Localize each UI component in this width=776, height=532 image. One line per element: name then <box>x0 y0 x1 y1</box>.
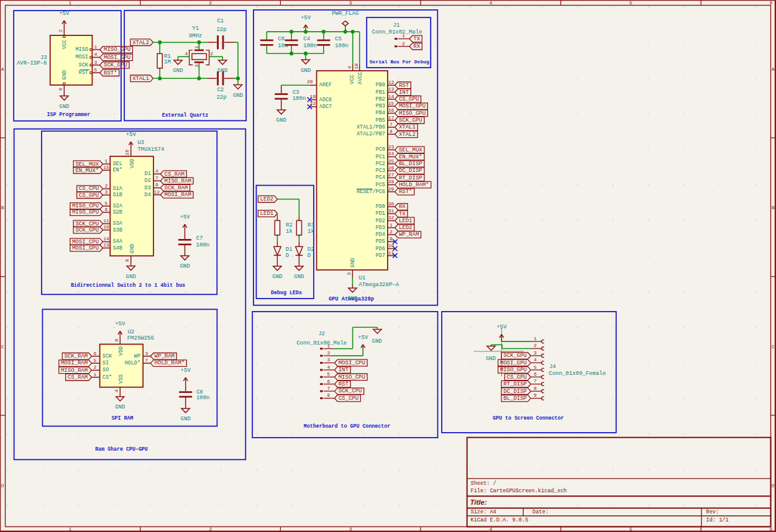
svg-text:TX: TX <box>413 36 420 42</box>
svg-text:29: 29 <box>388 186 395 192</box>
svg-text:22p: 22p <box>216 27 226 33</box>
svg-text:D: D <box>308 253 311 259</box>
svg-text:+5V: +5V <box>358 335 368 341</box>
svg-text:HOLD_RAM*: HOLD_RAM* <box>399 182 429 188</box>
svg-text:PD5: PD5 <box>376 238 385 245</box>
svg-text:GND: GND <box>62 70 68 79</box>
svg-text:2: 2 <box>402 41 405 47</box>
svg-text:D2: D2 <box>145 178 151 184</box>
svg-text:AREF: AREF <box>319 82 332 88</box>
svg-text:LED1: LED1 <box>260 210 274 217</box>
svg-text:2: 2 <box>209 0 212 6</box>
svg-text:INT: INT <box>399 89 409 96</box>
svg-text:INT: INT <box>339 367 349 373</box>
svg-text:RX: RX <box>399 204 406 210</box>
svg-text:17: 17 <box>388 115 395 120</box>
svg-text:SCK_GPU: SCK_GPU <box>75 227 99 233</box>
svg-text:PB0: PB0 <box>376 82 385 88</box>
svg-text:SCK_CPU: SCK_CPU <box>339 388 362 394</box>
svg-text:SCK_RAM: SCK_RAM <box>64 353 88 359</box>
svg-text:External Quartz: External Quartz <box>162 112 209 118</box>
svg-text:1: 1 <box>390 222 393 228</box>
svg-text:GND: GND <box>347 295 357 302</box>
svg-text:RST*: RST* <box>104 70 117 76</box>
svg-text:C3: C3 <box>293 89 299 96</box>
svg-text:VDD: VDD <box>129 159 135 168</box>
svg-text:3: 3 <box>349 0 352 6</box>
svg-text:Serial Bus For Debug: Serial Bus For Debug <box>370 59 429 65</box>
svg-text:PC2: PC2 <box>376 161 385 167</box>
svg-text:CS_GPU: CS_GPU <box>399 96 419 102</box>
svg-text:SCK_GPU: SCK_GPU <box>104 62 127 68</box>
svg-text:Conn_01x02_Male: Conn_01x02_Male <box>372 29 422 35</box>
svg-text:SEL_MUX: SEL_MUX <box>399 147 422 153</box>
svg-text:3: 3 <box>194 65 199 68</box>
svg-text:MOSI_GPU: MOSI_GPU <box>72 245 99 251</box>
svg-text:MOSI_GPU: MOSI_GPU <box>500 360 527 366</box>
svg-text:D1: D1 <box>145 171 151 177</box>
svg-text:5: 5 <box>629 0 632 6</box>
svg-text:1k: 1k <box>286 228 293 235</box>
svg-text:AVCC: AVCC <box>357 72 363 84</box>
svg-text:A: A <box>1 66 4 72</box>
svg-text:7: 7 <box>155 175 158 181</box>
svg-text:1: 1 <box>93 372 96 377</box>
svg-text:XTAL2: XTAL2 <box>132 40 149 46</box>
svg-text:Conn_01x09_Female: Conn_01x09_Female <box>549 371 606 377</box>
svg-text:19: 19 <box>310 94 316 99</box>
svg-text:S1B: S1B <box>113 192 122 198</box>
svg-text:1: 1 <box>402 33 405 38</box>
svg-text:6: 6 <box>770 0 773 6</box>
svg-text:J2: J2 <box>318 331 325 337</box>
svg-text:GND: GND <box>350 258 356 268</box>
svg-text:PC4: PC4 <box>376 174 385 181</box>
svg-text:11: 11 <box>103 218 109 223</box>
svg-text:CS_CPU: CS_CPU <box>339 395 358 402</box>
svg-text:B: B <box>1 205 4 210</box>
svg-text:CS_CPU: CS_CPU <box>79 186 99 192</box>
svg-text:22: 22 <box>310 101 316 106</box>
svg-text:22p: 22p <box>216 94 226 101</box>
svg-text:+5V: +5V <box>181 367 191 374</box>
svg-text:13: 13 <box>388 86 395 92</box>
svg-text:MOSI_RAM: MOSI_RAM <box>61 360 88 366</box>
svg-text:XTAL2/PB7: XTAL2/PB7 <box>357 131 385 137</box>
svg-text:Conn_01x08_Male: Conn_01x08_Male <box>296 340 347 346</box>
svg-text:Rev:: Rev: <box>706 509 719 515</box>
svg-text:16: 16 <box>124 150 130 156</box>
svg-text:9: 9 <box>390 236 393 241</box>
svg-text:7: 7 <box>327 385 331 391</box>
svg-text:SCK_GPU: SCK_GPU <box>399 117 422 124</box>
svg-text:2: 2 <box>534 343 537 348</box>
svg-text:9: 9 <box>155 182 158 187</box>
svg-text:Debug LEDs: Debug LEDs <box>271 290 302 295</box>
svg-text:RX: RX <box>413 43 420 50</box>
svg-text:S2B: S2B <box>113 209 122 215</box>
svg-text:5: 5 <box>534 364 537 370</box>
svg-text:15: 15 <box>103 165 109 170</box>
svg-text:U3: U3 <box>137 140 144 146</box>
svg-text:PB5: PB5 <box>376 117 385 124</box>
svg-text:S3B: S3B <box>113 227 122 233</box>
svg-text:FM25W256: FM25W256 <box>127 335 154 341</box>
svg-text:MISO_RAM: MISO_RAM <box>61 367 88 374</box>
svg-text:GND: GND <box>372 338 381 345</box>
svg-text:28: 28 <box>388 179 395 184</box>
svg-text:C4: C4 <box>303 36 310 42</box>
svg-text:GND: GND <box>173 68 183 74</box>
svg-text:4: 4 <box>114 389 119 392</box>
svg-text:30: 30 <box>388 201 395 207</box>
svg-text:Bidirectionnal Switch 2 to 1 4: Bidirectionnal Switch 2 to 1 4bit bus <box>71 282 185 288</box>
svg-text:PB3: PB3 <box>376 103 385 109</box>
svg-text:PB1: PB1 <box>376 89 385 96</box>
svg-text:3: 3 <box>94 60 97 65</box>
svg-text:MISO_GPU: MISO_GPU <box>399 110 426 117</box>
svg-text:100n: 100n <box>196 242 210 248</box>
svg-text:+5V: +5V <box>496 324 507 330</box>
svg-text:R2: R2 <box>286 222 293 228</box>
svg-text:8: 8 <box>124 259 130 262</box>
svg-text:4: 4 <box>327 364 331 370</box>
svg-text:6: 6 <box>105 207 108 212</box>
svg-text:RESET/PC6: RESET/PC6 <box>357 189 385 195</box>
svg-text:C1: C1 <box>217 18 224 24</box>
